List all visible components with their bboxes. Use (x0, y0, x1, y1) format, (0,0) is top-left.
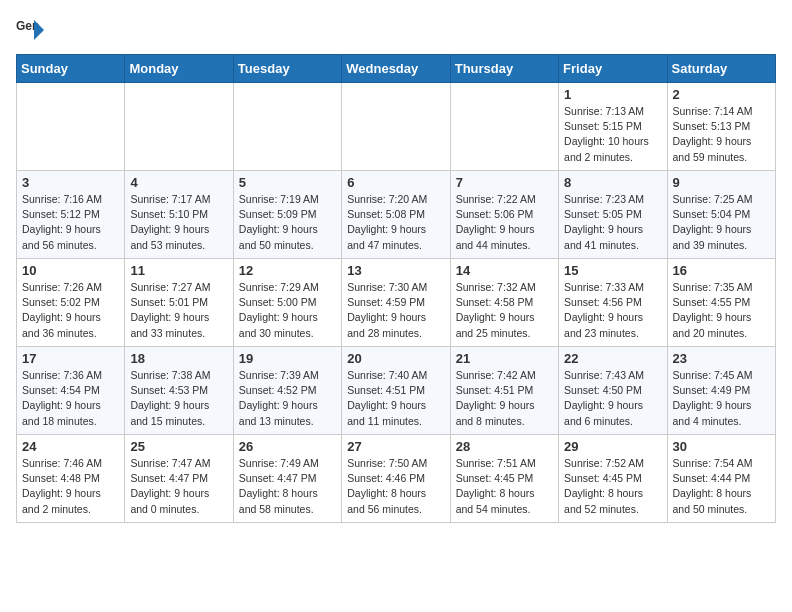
calendar-cell: 19Sunrise: 7:39 AMSunset: 4:52 PMDayligh… (233, 347, 341, 435)
day-number: 27 (347, 439, 444, 454)
day-number: 5 (239, 175, 336, 190)
calendar-cell: 1Sunrise: 7:13 AMSunset: 5:15 PMDaylight… (559, 83, 667, 171)
day-info: Sunrise: 7:39 AMSunset: 4:52 PMDaylight:… (239, 368, 336, 429)
header: Gen (16, 16, 776, 44)
calendar-cell (233, 83, 341, 171)
day-number: 26 (239, 439, 336, 454)
calendar-cell: 7Sunrise: 7:22 AMSunset: 5:06 PMDaylight… (450, 171, 558, 259)
day-info: Sunrise: 7:13 AMSunset: 5:15 PMDaylight:… (564, 104, 661, 165)
calendar-table: SundayMondayTuesdayWednesdayThursdayFrid… (16, 54, 776, 523)
calendar-cell: 16Sunrise: 7:35 AMSunset: 4:55 PMDayligh… (667, 259, 775, 347)
weekday-header-wednesday: Wednesday (342, 55, 450, 83)
day-number: 21 (456, 351, 553, 366)
day-number: 6 (347, 175, 444, 190)
calendar-cell: 11Sunrise: 7:27 AMSunset: 5:01 PMDayligh… (125, 259, 233, 347)
day-number: 9 (673, 175, 770, 190)
calendar-cell: 15Sunrise: 7:33 AMSunset: 4:56 PMDayligh… (559, 259, 667, 347)
calendar-cell: 20Sunrise: 7:40 AMSunset: 4:51 PMDayligh… (342, 347, 450, 435)
calendar-cell: 9Sunrise: 7:25 AMSunset: 5:04 PMDaylight… (667, 171, 775, 259)
calendar-cell: 14Sunrise: 7:32 AMSunset: 4:58 PMDayligh… (450, 259, 558, 347)
calendar-cell: 25Sunrise: 7:47 AMSunset: 4:47 PMDayligh… (125, 435, 233, 523)
day-info: Sunrise: 7:52 AMSunset: 4:45 PMDaylight:… (564, 456, 661, 517)
day-info: Sunrise: 7:33 AMSunset: 4:56 PMDaylight:… (564, 280, 661, 341)
calendar-cell (342, 83, 450, 171)
day-number: 14 (456, 263, 553, 278)
day-info: Sunrise: 7:50 AMSunset: 4:46 PMDaylight:… (347, 456, 444, 517)
calendar-week-2: 10Sunrise: 7:26 AMSunset: 5:02 PMDayligh… (17, 259, 776, 347)
calendar-cell: 4Sunrise: 7:17 AMSunset: 5:10 PMDaylight… (125, 171, 233, 259)
day-info: Sunrise: 7:20 AMSunset: 5:08 PMDaylight:… (347, 192, 444, 253)
calendar-cell: 30Sunrise: 7:54 AMSunset: 4:44 PMDayligh… (667, 435, 775, 523)
logo-icon: Gen (16, 16, 44, 44)
day-info: Sunrise: 7:38 AMSunset: 4:53 PMDaylight:… (130, 368, 227, 429)
day-info: Sunrise: 7:16 AMSunset: 5:12 PMDaylight:… (22, 192, 119, 253)
day-info: Sunrise: 7:35 AMSunset: 4:55 PMDaylight:… (673, 280, 770, 341)
calendar-cell: 28Sunrise: 7:51 AMSunset: 4:45 PMDayligh… (450, 435, 558, 523)
day-number: 3 (22, 175, 119, 190)
calendar-cell (17, 83, 125, 171)
day-info: Sunrise: 7:42 AMSunset: 4:51 PMDaylight:… (456, 368, 553, 429)
day-info: Sunrise: 7:14 AMSunset: 5:13 PMDaylight:… (673, 104, 770, 165)
day-info: Sunrise: 7:19 AMSunset: 5:09 PMDaylight:… (239, 192, 336, 253)
day-info: Sunrise: 7:36 AMSunset: 4:54 PMDaylight:… (22, 368, 119, 429)
calendar-cell: 12Sunrise: 7:29 AMSunset: 5:00 PMDayligh… (233, 259, 341, 347)
day-info: Sunrise: 7:45 AMSunset: 4:49 PMDaylight:… (673, 368, 770, 429)
calendar-cell: 17Sunrise: 7:36 AMSunset: 4:54 PMDayligh… (17, 347, 125, 435)
calendar-cell: 18Sunrise: 7:38 AMSunset: 4:53 PMDayligh… (125, 347, 233, 435)
calendar-cell: 13Sunrise: 7:30 AMSunset: 4:59 PMDayligh… (342, 259, 450, 347)
day-info: Sunrise: 7:17 AMSunset: 5:10 PMDaylight:… (130, 192, 227, 253)
day-info: Sunrise: 7:47 AMSunset: 4:47 PMDaylight:… (130, 456, 227, 517)
day-number: 30 (673, 439, 770, 454)
day-info: Sunrise: 7:29 AMSunset: 5:00 PMDaylight:… (239, 280, 336, 341)
weekday-header-row: SundayMondayTuesdayWednesdayThursdayFrid… (17, 55, 776, 83)
calendar-cell (125, 83, 233, 171)
day-number: 4 (130, 175, 227, 190)
day-number: 25 (130, 439, 227, 454)
weekday-header-sunday: Sunday (17, 55, 125, 83)
day-number: 18 (130, 351, 227, 366)
day-info: Sunrise: 7:49 AMSunset: 4:47 PMDaylight:… (239, 456, 336, 517)
day-number: 7 (456, 175, 553, 190)
day-info: Sunrise: 7:25 AMSunset: 5:04 PMDaylight:… (673, 192, 770, 253)
calendar-week-4: 24Sunrise: 7:46 AMSunset: 4:48 PMDayligh… (17, 435, 776, 523)
calendar-cell: 3Sunrise: 7:16 AMSunset: 5:12 PMDaylight… (17, 171, 125, 259)
calendar-cell: 6Sunrise: 7:20 AMSunset: 5:08 PMDaylight… (342, 171, 450, 259)
day-info: Sunrise: 7:26 AMSunset: 5:02 PMDaylight:… (22, 280, 119, 341)
day-number: 28 (456, 439, 553, 454)
weekday-header-thursday: Thursday (450, 55, 558, 83)
calendar-cell: 23Sunrise: 7:45 AMSunset: 4:49 PMDayligh… (667, 347, 775, 435)
day-info: Sunrise: 7:30 AMSunset: 4:59 PMDaylight:… (347, 280, 444, 341)
day-info: Sunrise: 7:27 AMSunset: 5:01 PMDaylight:… (130, 280, 227, 341)
day-number: 17 (22, 351, 119, 366)
calendar-week-1: 3Sunrise: 7:16 AMSunset: 5:12 PMDaylight… (17, 171, 776, 259)
day-number: 19 (239, 351, 336, 366)
calendar-cell: 29Sunrise: 7:52 AMSunset: 4:45 PMDayligh… (559, 435, 667, 523)
day-info: Sunrise: 7:23 AMSunset: 5:05 PMDaylight:… (564, 192, 661, 253)
day-number: 24 (22, 439, 119, 454)
day-info: Sunrise: 7:32 AMSunset: 4:58 PMDaylight:… (456, 280, 553, 341)
day-info: Sunrise: 7:40 AMSunset: 4:51 PMDaylight:… (347, 368, 444, 429)
calendar-cell: 5Sunrise: 7:19 AMSunset: 5:09 PMDaylight… (233, 171, 341, 259)
logo: Gen (16, 16, 48, 44)
day-info: Sunrise: 7:51 AMSunset: 4:45 PMDaylight:… (456, 456, 553, 517)
day-number: 11 (130, 263, 227, 278)
day-number: 20 (347, 351, 444, 366)
day-info: Sunrise: 7:22 AMSunset: 5:06 PMDaylight:… (456, 192, 553, 253)
calendar-cell: 2Sunrise: 7:14 AMSunset: 5:13 PMDaylight… (667, 83, 775, 171)
weekday-header-friday: Friday (559, 55, 667, 83)
day-info: Sunrise: 7:43 AMSunset: 4:50 PMDaylight:… (564, 368, 661, 429)
calendar-cell: 21Sunrise: 7:42 AMSunset: 4:51 PMDayligh… (450, 347, 558, 435)
calendar-header: SundayMondayTuesdayWednesdayThursdayFrid… (17, 55, 776, 83)
day-info: Sunrise: 7:46 AMSunset: 4:48 PMDaylight:… (22, 456, 119, 517)
calendar-week-0: 1Sunrise: 7:13 AMSunset: 5:15 PMDaylight… (17, 83, 776, 171)
calendar-cell: 22Sunrise: 7:43 AMSunset: 4:50 PMDayligh… (559, 347, 667, 435)
weekday-header-monday: Monday (125, 55, 233, 83)
day-number: 16 (673, 263, 770, 278)
day-number: 2 (673, 87, 770, 102)
day-number: 8 (564, 175, 661, 190)
day-number: 15 (564, 263, 661, 278)
weekday-header-saturday: Saturday (667, 55, 775, 83)
calendar-cell (450, 83, 558, 171)
day-number: 12 (239, 263, 336, 278)
weekday-header-tuesday: Tuesday (233, 55, 341, 83)
